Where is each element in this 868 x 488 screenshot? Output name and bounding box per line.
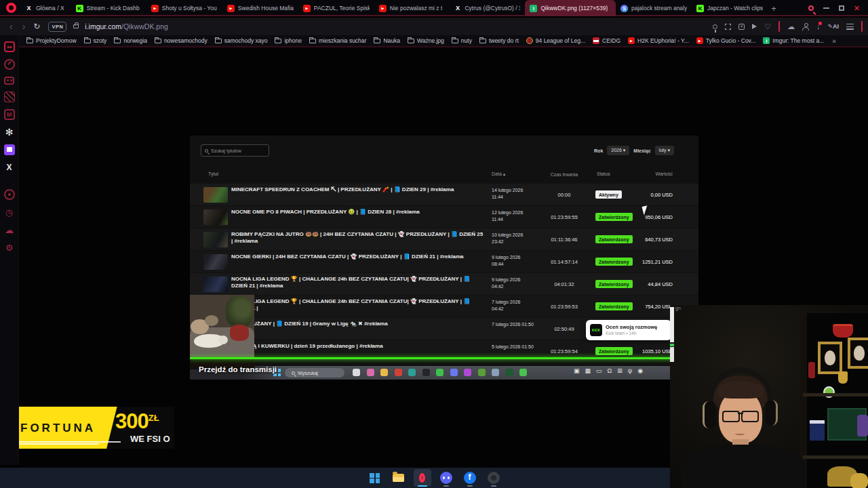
screen: Główna / XStream - Kick DashbShoty u Soł… [0, 0, 868, 488]
browser-tab[interactable]: Shoty u Sołtysa - You [146, 0, 222, 16]
bookmarks-overflow-chevron[interactable]: » [832, 37, 836, 45]
bookmark-site[interactable]: H2K EUphoria! - Y... [628, 37, 689, 44]
bookmark-folder[interactable]: norwegia [114, 37, 147, 44]
browser-tab[interactable]: PACZUL, Teorie Spisk [298, 0, 374, 16]
heart-icon[interactable]: ♡ [764, 23, 771, 30]
tray-icon: ◉ [637, 368, 643, 374]
pin-icon[interactable] [713, 24, 717, 29]
row-duration: 01:23:59:53 [542, 304, 586, 310]
bookmark-folder[interactable]: tweety do rt [479, 37, 519, 44]
table-rows: MINECRAFT SPEEDRUN Z COACHEM ⛏ | PRZEDŁU… [190, 136, 698, 380]
sidebar-player-icon[interactable] [752, 24, 757, 29]
opera-gx-taskbar-icon[interactable] [414, 469, 431, 487]
chatgpt-icon[interactable] [4, 127, 15, 138]
tray-icon: Ω [608, 368, 612, 374]
close-icon[interactable]: ✕ [854, 5, 860, 12]
blue-box [810, 420, 825, 441]
bookmark-folder[interactable]: Ważne.jpg [408, 37, 444, 44]
address-bar[interactable]: i.imgur.com/QikwwDK.png [85, 22, 168, 30]
banner-amount: 300ZŁ [115, 409, 159, 434]
radio-icon[interactable] [4, 77, 14, 85]
twitch-icon[interactable] [4, 144, 15, 155]
row-title: MINECRAFT SPEEDRUN Z COACHEM ⛏ | PRZEDŁU… [231, 186, 484, 193]
webcam-overlay: gn [670, 305, 868, 488]
kick-notification-toast[interactable]: KICK Oceń swoją rozmowę Kick team • 14h [586, 320, 671, 340]
facebook-taskbar-icon[interactable] [461, 469, 479, 487]
browser-tab[interactable]: QikwwDK.png (1127×539) [525, 0, 616, 16]
table-row[interactable]: NOCNE OME PO 8 PIWACH | PRZEDŁUŻANY 🤢 | … [190, 206, 698, 228]
discord-taskbar-icon[interactable] [437, 469, 455, 487]
settings-icon[interactable] [4, 242, 15, 253]
x-favicon [25, 5, 33, 12]
fortuna-ad-banner[interactable]: FORTUNA 300ZŁ WE FSI O [5, 407, 174, 449]
browser-tab[interactable]: Japczan - Watch clips [692, 0, 768, 16]
table-row[interactable]: Z NINDŻĄ I KUWERKU | dzień 19 przedłużan… [190, 340, 698, 363]
windows-start-taskbar-icon[interactable] [366, 469, 384, 487]
league-favicon [526, 37, 533, 44]
reload-icon[interactable]: ↻ [33, 22, 40, 31]
gx-home-icon[interactable] [4, 41, 15, 52]
table-row[interactable]: ROBIMY PĄCZKI NA JUTRO 🍩🍩 | 24H BEZ CZYT… [190, 228, 698, 251]
bookmark-site[interactable]: Imgur: The most a... [763, 37, 824, 44]
search-icon[interactable] [808, 5, 814, 11]
row-value: 640,73 USD [617, 237, 673, 243]
capture-taskbar-icon[interactable] [485, 469, 502, 487]
x-icon[interactable] [4, 162, 15, 173]
yt-favicon [151, 5, 159, 12]
browser-tab[interactable]: Główna / X [20, 0, 71, 16]
bookmark-folder[interactable]: nowesamochody [155, 37, 208, 44]
speed-dial-icon[interactable] [4, 59, 15, 70]
overlay-green-mark [670, 344, 674, 346]
ai-icon[interactable]: ✎AI [827, 24, 839, 30]
bookmark-folder[interactable]: mieszkania suchar [309, 37, 366, 44]
window-controls: ✕ [781, 0, 868, 16]
bookmark-folder[interactable]: szoty [84, 37, 107, 44]
back-icon[interactable]: ‹ [9, 22, 13, 31]
new-tab-button[interactable]: + [768, 3, 780, 14]
inner-app-icon [450, 369, 458, 376]
lock-icon[interactable] [73, 24, 79, 28]
bookmarks-bar: ProjektyDomowszotynorwegianowesamochodys… [19, 35, 868, 47]
bookmark-folder[interactable]: nuty [452, 37, 472, 44]
bookmark-site[interactable]: Tylko Gucio - Cov... [696, 37, 756, 44]
bookmark-folder[interactable]: iphone [275, 37, 302, 44]
minimize-icon[interactable] [823, 7, 829, 9]
hatched-icon[interactable] [4, 92, 15, 102]
bookmark-folder[interactable]: ProjektyDomow [26, 37, 77, 44]
snapshot-icon[interactable] [725, 24, 731, 30]
table-row[interactable]: NOCNA LIGA LEGEND 🏆 | CHALLANGE 24h BEZ … [190, 273, 698, 296]
bookmark-folder[interactable]: Nauka [374, 37, 400, 44]
browser-tab[interactable]: Stream - Kick Dashb [71, 0, 146, 16]
forward-icon[interactable]: › [22, 22, 26, 31]
menu-icon[interactable] [846, 24, 854, 30]
table-row[interactable]: NOCNA LIGA LEGEND 🏆 | CHALLANGE 24h BEZ … [190, 296, 698, 318]
vpn-badge[interactable]: VPN [48, 22, 66, 32]
red-trophy-cup [833, 324, 853, 338]
go-to-stream-button[interactable]: Przejdź do transmisji [199, 365, 277, 373]
history-icon[interactable] [4, 207, 15, 218]
plant [226, 296, 253, 327]
downloads-icon[interactable]: ↓ [816, 23, 821, 30]
browser-tab[interactable]: Swedish House Mafia [222, 0, 298, 16]
tab-label: Cytrus (@CytrusO) / X [465, 5, 520, 12]
browser-tab[interactable]: Cytrus (@CytrusO) / X [449, 0, 525, 16]
banner-subtext: WE FSI O [130, 434, 170, 444]
inner-app-icon [353, 369, 360, 376]
m-app-icon[interactable] [4, 109, 15, 120]
table-row[interactable]: NOCNE GIERKI | 24H BEZ CZYTANIA CZATU | … [190, 251, 698, 273]
restore-icon[interactable] [839, 5, 844, 11]
browser-tab[interactable]: Nie pozwalasz mi z t [374, 0, 450, 16]
bookmark-site[interactable]: 94 League of Leg... [526, 37, 585, 44]
bookmark-folder[interactable]: samochody xayo [215, 37, 268, 44]
profile-icon[interactable] [802, 23, 809, 30]
file-explorer-taskbar-icon[interactable] [390, 469, 408, 487]
opera-logo-icon[interactable] [6, 3, 16, 13]
cloud-icon[interactable] [4, 224, 15, 235]
cloud-sync-icon[interactable]: ☁ [787, 23, 795, 30]
browser-tab-bar: Główna / XStream - Kick DashbShoty u Soł… [0, 0, 868, 16]
browser-tab[interactable]: pajalock stream analy [616, 0, 692, 16]
bookmark-site[interactable]: CEIDG [593, 37, 620, 44]
record-icon[interactable] [4, 189, 15, 200]
table-row[interactable]: MINECRAFT SPEEDRUN Z COACHEM ⛏ | PRZEDŁU… [190, 184, 698, 206]
shield-icon[interactable]: ✕ [738, 24, 745, 30]
